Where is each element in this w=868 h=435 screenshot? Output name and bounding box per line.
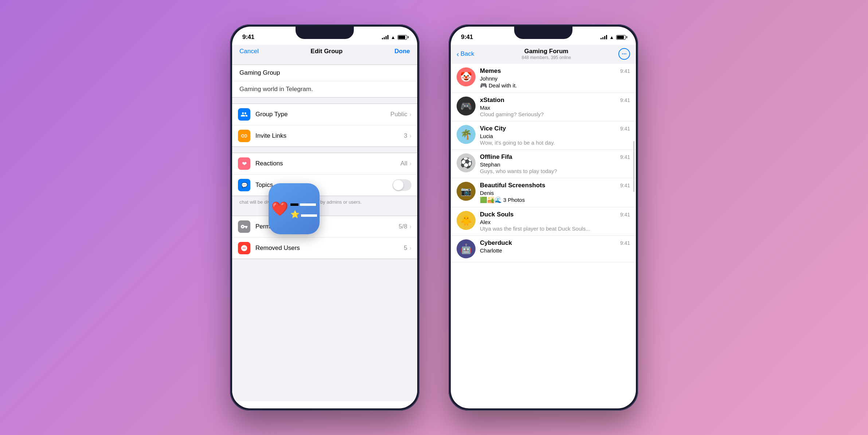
chat-preview-screenshots: 🟩🏜️🌊 3 Photos [480,196,630,203]
chat-content-screenshots: Beautiful Screenshots 9:41 Denis 🟩🏜️🌊 3 … [480,182,630,203]
screenshots-preview-emoji: 🟩🏜️🌊 [480,196,502,203]
chat-sender-vice-city: Lucia [480,133,630,139]
invite-links-chevron: › [410,133,411,139]
chat-item-duck-souls[interactable]: 🐥 Duck Souls 9:41 Alex Utya was the firs… [451,207,636,236]
permissions-row[interactable]: Permissions 5/8 › [232,216,417,238]
permissions-value: 5/8 [399,223,407,230]
chat-time-cyberduck: 9:41 [620,240,630,246]
removed-users-label: Removed Users [255,244,404,252]
phone2-screen: 9:41 ▲ ‹ Bac [451,27,636,408]
chat-item-vice-city[interactable]: 🌴 Vice City 9:41 Lucia Wow, it's going t… [451,121,636,150]
chat-header-screenshots: Beautiful Screenshots 9:41 [480,182,630,189]
chat-sender-offline-fifa: Stephan [480,161,630,168]
avatar-duck-souls: 🐥 [457,211,476,230]
chat-preview-vice-city: Wow, it's going to be a hot day. [480,140,630,146]
reactions-value: All [400,160,407,167]
phone-gaming-forum: 9:41 ▲ ‹ Bac [449,24,638,411]
chat-header-vice-city: Vice City 9:41 [480,125,630,132]
chat-header-duck-souls: Duck Souls 9:41 [480,211,630,218]
avatar-memes: 🤡 [457,67,476,86]
chat-time-vice-city: 9:41 [620,126,630,132]
chat-preview-duck-souls: Utya was the first player to beat Duck S… [480,226,630,232]
group-type-label: Group Type [255,111,390,118]
chat-content-cyberduck: Cyberduck 9:41 Charlotte [480,239,630,254]
group-type-row[interactable]: Group Type Public › [232,104,417,125]
chat-sender-duck-souls: Alex [480,219,630,225]
topics-description: chat will be divided into topics created… [232,196,417,210]
removed-users-chevron: › [410,245,411,251]
group-name-field[interactable]: Gaming Group [232,65,417,81]
chat-header-xstation: xStation 9:41 [480,97,630,104]
back-button[interactable]: ‹ Back [457,50,474,58]
invite-links-row[interactable]: Invite Links 3 › [232,125,417,146]
phone-edit-group: 9:41 ▲ Cancel Edit Group [230,24,419,411]
phones-container: 9:41 ▲ Cancel Edit Group [230,24,638,411]
signal-icon-2 [601,35,607,39]
chat-preview-offline-fifa: Guys, who wants to play today? [480,168,630,174]
chat-name-cyberduck: Cyberduck [480,239,512,247]
topics-icon: 💬 [238,179,250,191]
invite-links-value: 3 [404,132,407,140]
topics-toggle[interactable] [392,179,411,191]
done-button[interactable]: Done [395,48,410,55]
back-label[interactable]: Back [461,50,474,58]
chat-time-memes: 9:41 [620,68,630,74]
chat-item-xstation[interactable]: 🎮 xStation 9:41 Max Cloud gaming? Seriou… [451,93,636,121]
reactions-topics-settings: ❤ Reactions All › 💬 Topics [232,153,417,196]
edit-group-navbar: Cancel Edit Group Done [232,45,417,59]
avatar-cyberduck: 🤖 [457,239,476,258]
group-info-form: Gaming Group Gaming world in Telegram. [232,64,417,98]
avatar-vice-city: 🌴 [457,125,476,144]
chat-item-memes[interactable]: 🤡 Memes 9:41 Johnny 🎮 Deal with it. [451,64,636,93]
battery-icon-2 [616,35,626,40]
chat-sender-screenshots: Denis [480,190,630,196]
chat-content-memes: Memes 9:41 Johnny 🎮 Deal with it. [480,67,630,89]
app-icon-overlay: ❤️ ▬ ▬▬ ⭐ ▬▬ [269,183,320,234]
removed-users-row[interactable]: Removed Users 5 › [232,238,417,259]
signal-bar-4 [387,35,388,39]
reactions-row[interactable]: ❤ Reactions All › [232,153,417,175]
invite-links-icon [238,130,250,142]
chat-header-offline-fifa: Offline Fifa 9:41 [480,153,630,161]
reactions-icon: ❤ [238,157,250,170]
status-time-phone1: 9:41 [242,34,254,41]
avatar-screenshots: 📷 [457,182,476,201]
signal-bar-1 [382,38,383,39]
group-type-value: Public [390,111,407,118]
group-type-settings: Group Type Public › Invite Links 3 › [232,103,417,147]
memes-preview-emoji: 🎮 [480,82,487,89]
notch [296,27,354,39]
overlay-star-icon: ⭐ [290,210,300,219]
signal-icon [382,35,388,39]
group-description-field[interactable]: Gaming world in Telegram. [232,81,417,97]
chat-item-offline-fifa[interactable]: ⚽ Offline Fifa 9:41 Stephan Guys, who wa… [451,150,636,178]
chat-content-xstation: xStation 9:41 Max Cloud gaming? Seriousl… [480,97,630,117]
reactions-label: Reactions [255,160,400,167]
removed-users-value: 5 [404,244,407,252]
battery-icon [398,35,407,40]
chat-header-memes: Memes 9:41 [480,67,630,75]
avatar-xstation: 🎮 [457,97,476,115]
cancel-button[interactable]: Cancel [239,48,259,55]
wifi-icon-2: ▲ [609,35,614,40]
chat-content-duck-souls: Duck Souls 9:41 Alex Utya was the first … [480,211,630,232]
forum-title: Gaming Forum [474,48,618,55]
chat-item-screenshots[interactable]: 📷 Beautiful Screenshots 9:41 Denis 🟩🏜️🌊 … [451,178,636,207]
chat-time-offline-fifa: 9:41 [620,154,630,160]
signal-bar-3 [386,36,387,39]
forum-subtitle: 848 members, 395 online [474,55,618,60]
back-chevron-icon: ‹ [457,50,459,58]
chat-name-memes: Memes [480,67,501,75]
chat-preview-memes: 🎮 Deal with it. [480,82,630,89]
reactions-chevron: › [410,160,411,167]
topics-row[interactable]: 💬 Topics [232,175,417,196]
chat-name-offline-fifa: Offline Fifa [480,153,512,161]
battery-fill [398,36,405,39]
forum-navbar: ‹ Back Gaming Forum 848 members, 395 onl… [451,45,636,64]
overlay-line1: ▬ [290,199,298,208]
more-button[interactable]: ··· [618,48,630,60]
group-type-icon [238,108,250,121]
chat-item-cyberduck[interactable]: 🤖 Cyberduck 9:41 Charlotte [451,236,636,262]
toggle-thumb [393,180,403,190]
chat-name-vice-city: Vice City [480,125,506,132]
